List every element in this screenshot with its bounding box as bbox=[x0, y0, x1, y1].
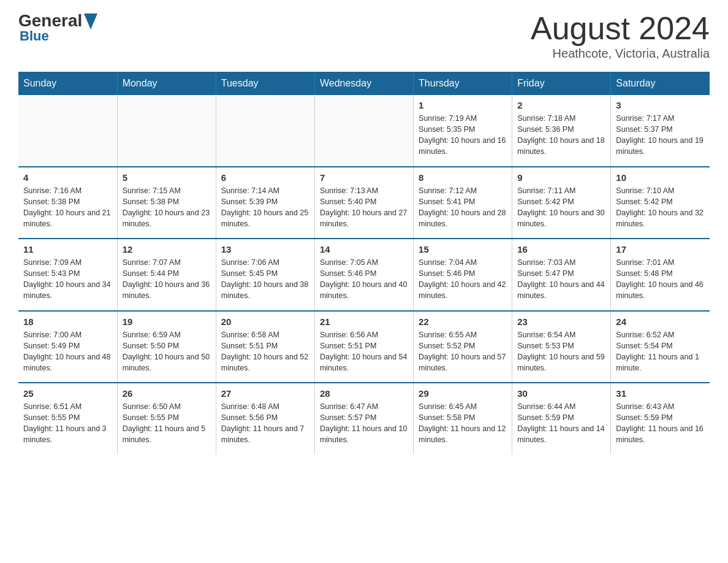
day-number: 15 bbox=[419, 244, 507, 255]
day-info: Sunrise: 6:52 AM Sunset: 5:54 PM Dayligh… bbox=[616, 329, 705, 374]
day-info: Sunrise: 6:43 AM Sunset: 5:59 PM Dayligh… bbox=[616, 401, 705, 446]
day-info: Sunrise: 7:14 AM Sunset: 5:39 PM Dayligh… bbox=[221, 185, 309, 230]
day-number: 7 bbox=[320, 172, 408, 183]
calendar-cell: 29Sunrise: 6:45 AM Sunset: 5:58 PM Dayli… bbox=[414, 383, 512, 454]
day-number: 9 bbox=[517, 172, 605, 183]
day-info: Sunrise: 7:18 AM Sunset: 5:36 PM Dayligh… bbox=[517, 113, 605, 158]
day-header-saturday: Saturday bbox=[611, 72, 710, 95]
day-info: Sunrise: 7:12 AM Sunset: 5:41 PM Dayligh… bbox=[419, 185, 507, 230]
day-info: Sunrise: 7:17 AM Sunset: 5:37 PM Dayligh… bbox=[616, 113, 705, 158]
day-header-friday: Friday bbox=[512, 72, 611, 95]
day-number: 30 bbox=[517, 388, 605, 399]
title-area: August 2024 Heathcote, Victoria, Austral… bbox=[531, 12, 710, 61]
day-number: 22 bbox=[419, 316, 507, 327]
day-number: 6 bbox=[221, 172, 309, 183]
calendar-week-row: 4Sunrise: 7:16 AM Sunset: 5:38 PM Daylig… bbox=[18, 167, 710, 239]
day-info: Sunrise: 6:50 AM Sunset: 5:55 PM Dayligh… bbox=[123, 401, 211, 446]
day-info: Sunrise: 7:19 AM Sunset: 5:35 PM Dayligh… bbox=[419, 113, 507, 158]
calendar-cell: 10Sunrise: 7:10 AM Sunset: 5:42 PM Dayli… bbox=[611, 167, 710, 239]
logo-general-text: General bbox=[18, 12, 82, 29]
day-info: Sunrise: 7:04 AM Sunset: 5:46 PM Dayligh… bbox=[419, 257, 507, 302]
calendar-cell: 22Sunrise: 6:55 AM Sunset: 5:52 PM Dayli… bbox=[414, 311, 512, 383]
calendar-week-row: 11Sunrise: 7:09 AM Sunset: 5:43 PM Dayli… bbox=[18, 239, 710, 311]
calendar-cell: 2Sunrise: 7:18 AM Sunset: 5:36 PM Daylig… bbox=[512, 95, 611, 167]
day-info: Sunrise: 6:47 AM Sunset: 5:57 PM Dayligh… bbox=[320, 401, 408, 446]
day-number: 21 bbox=[320, 316, 408, 327]
calendar-week-row: 18Sunrise: 7:00 AM Sunset: 5:49 PM Dayli… bbox=[18, 311, 710, 383]
day-number: 2 bbox=[517, 100, 605, 110]
calendar-cell: 4Sunrise: 7:16 AM Sunset: 5:38 PM Daylig… bbox=[18, 167, 117, 239]
calendar-cell: 11Sunrise: 7:09 AM Sunset: 5:43 PM Dayli… bbox=[18, 239, 117, 311]
day-info: Sunrise: 7:10 AM Sunset: 5:42 PM Dayligh… bbox=[616, 185, 705, 230]
calendar-cell: 20Sunrise: 6:58 AM Sunset: 5:51 PM Dayli… bbox=[216, 311, 314, 383]
day-header-sunday: Sunday bbox=[18, 72, 117, 95]
day-number: 25 bbox=[23, 388, 112, 399]
day-info: Sunrise: 6:55 AM Sunset: 5:52 PM Dayligh… bbox=[419, 329, 507, 374]
calendar-cell: 12Sunrise: 7:07 AM Sunset: 5:44 PM Dayli… bbox=[117, 239, 216, 311]
day-number: 29 bbox=[419, 388, 507, 399]
day-info: Sunrise: 6:54 AM Sunset: 5:53 PM Dayligh… bbox=[517, 329, 605, 374]
day-number: 1 bbox=[419, 100, 507, 110]
calendar-cell: 6Sunrise: 7:14 AM Sunset: 5:39 PM Daylig… bbox=[216, 167, 314, 239]
day-header-monday: Monday bbox=[117, 72, 216, 95]
calendar-cell: 30Sunrise: 6:44 AM Sunset: 5:59 PM Dayli… bbox=[512, 383, 611, 454]
logo-blue-text: Blue bbox=[20, 29, 49, 43]
day-number: 10 bbox=[616, 172, 705, 183]
calendar-cell: 31Sunrise: 6:43 AM Sunset: 5:59 PM Dayli… bbox=[611, 383, 710, 454]
logo-arrow-icon bbox=[84, 12, 97, 29]
day-info: Sunrise: 6:44 AM Sunset: 5:59 PM Dayligh… bbox=[517, 401, 605, 446]
day-info: Sunrise: 7:13 AM Sunset: 5:40 PM Dayligh… bbox=[320, 185, 408, 230]
calendar-cell: 28Sunrise: 6:47 AM Sunset: 5:57 PM Dayli… bbox=[314, 383, 413, 454]
day-number: 3 bbox=[616, 100, 705, 110]
day-info: Sunrise: 6:58 AM Sunset: 5:51 PM Dayligh… bbox=[221, 329, 309, 374]
calendar-cell: 21Sunrise: 6:56 AM Sunset: 5:51 PM Dayli… bbox=[314, 311, 413, 383]
month-title: August 2024 bbox=[531, 12, 710, 44]
day-info: Sunrise: 7:00 AM Sunset: 5:49 PM Dayligh… bbox=[23, 329, 112, 374]
calendar-table: SundayMondayTuesdayWednesdayThursdayFrid… bbox=[18, 72, 710, 454]
calendar-cell bbox=[216, 95, 314, 167]
calendar-cell bbox=[314, 95, 413, 167]
day-number: 17 bbox=[616, 244, 705, 255]
calendar-week-row: 25Sunrise: 6:51 AM Sunset: 5:55 PM Dayli… bbox=[18, 383, 710, 454]
calendar-cell: 17Sunrise: 7:01 AM Sunset: 5:48 PM Dayli… bbox=[611, 239, 710, 311]
logo-top: General bbox=[18, 12, 97, 29]
calendar-cell: 23Sunrise: 6:54 AM Sunset: 5:53 PM Dayli… bbox=[512, 311, 611, 383]
logo: General Blue bbox=[18, 12, 97, 43]
day-number: 31 bbox=[616, 388, 705, 399]
day-info: Sunrise: 7:03 AM Sunset: 5:47 PM Dayligh… bbox=[517, 257, 605, 302]
day-info: Sunrise: 7:06 AM Sunset: 5:45 PM Dayligh… bbox=[221, 257, 309, 302]
day-number: 18 bbox=[23, 316, 112, 327]
calendar-cell: 26Sunrise: 6:50 AM Sunset: 5:55 PM Dayli… bbox=[117, 383, 216, 454]
calendar-cell bbox=[117, 95, 216, 167]
day-number: 26 bbox=[123, 388, 211, 399]
calendar-cell: 8Sunrise: 7:12 AM Sunset: 5:41 PM Daylig… bbox=[414, 167, 512, 239]
location-text: Heathcote, Victoria, Australia bbox=[531, 47, 710, 61]
day-info: Sunrise: 7:01 AM Sunset: 5:48 PM Dayligh… bbox=[616, 257, 705, 302]
calendar-cell: 16Sunrise: 7:03 AM Sunset: 5:47 PM Dayli… bbox=[512, 239, 611, 311]
calendar-cell: 15Sunrise: 7:04 AM Sunset: 5:46 PM Dayli… bbox=[414, 239, 512, 311]
calendar-cell: 7Sunrise: 7:13 AM Sunset: 5:40 PM Daylig… bbox=[314, 167, 413, 239]
calendar-cell: 27Sunrise: 6:48 AM Sunset: 5:56 PM Dayli… bbox=[216, 383, 314, 454]
day-number: 20 bbox=[221, 316, 309, 327]
calendar-cell: 24Sunrise: 6:52 AM Sunset: 5:54 PM Dayli… bbox=[611, 311, 710, 383]
day-info: Sunrise: 7:05 AM Sunset: 5:46 PM Dayligh… bbox=[320, 257, 408, 302]
day-number: 5 bbox=[123, 172, 211, 183]
day-info: Sunrise: 7:09 AM Sunset: 5:43 PM Dayligh… bbox=[23, 257, 112, 302]
day-info: Sunrise: 7:07 AM Sunset: 5:44 PM Dayligh… bbox=[123, 257, 211, 302]
calendar-cell: 14Sunrise: 7:05 AM Sunset: 5:46 PM Dayli… bbox=[314, 239, 413, 311]
day-info: Sunrise: 6:59 AM Sunset: 5:50 PM Dayligh… bbox=[123, 329, 211, 374]
calendar-week-row: 1Sunrise: 7:19 AM Sunset: 5:35 PM Daylig… bbox=[18, 95, 710, 167]
day-info: Sunrise: 7:15 AM Sunset: 5:38 PM Dayligh… bbox=[123, 185, 211, 230]
day-number: 23 bbox=[517, 316, 605, 327]
day-info: Sunrise: 7:11 AM Sunset: 5:42 PM Dayligh… bbox=[517, 185, 605, 230]
calendar-cell: 25Sunrise: 6:51 AM Sunset: 5:55 PM Dayli… bbox=[18, 383, 117, 454]
day-header-tuesday: Tuesday bbox=[216, 72, 314, 95]
day-info: Sunrise: 6:48 AM Sunset: 5:56 PM Dayligh… bbox=[221, 401, 309, 446]
day-number: 13 bbox=[221, 244, 309, 255]
day-number: 28 bbox=[320, 388, 408, 399]
day-number: 11 bbox=[23, 244, 112, 255]
calendar-cell: 5Sunrise: 7:15 AM Sunset: 5:38 PM Daylig… bbox=[117, 167, 216, 239]
day-number: 19 bbox=[123, 316, 211, 327]
day-header-thursday: Thursday bbox=[414, 72, 512, 95]
calendar-cell: 1Sunrise: 7:19 AM Sunset: 5:35 PM Daylig… bbox=[414, 95, 512, 167]
